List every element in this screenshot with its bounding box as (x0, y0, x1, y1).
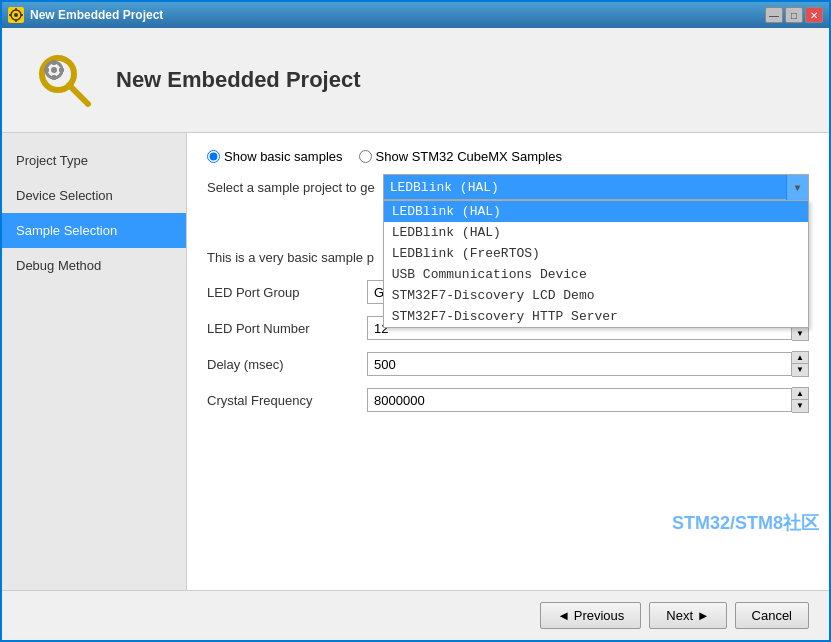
radio-cubemx-input[interactable] (359, 150, 372, 163)
crystal-frequency-down[interactable]: ▼ (792, 400, 808, 412)
window-title: New Embedded Project (30, 8, 765, 22)
field-input-container-delay: ▲ ▼ (367, 351, 809, 377)
field-label-crystal-frequency: Crystal Frequency (207, 393, 367, 408)
field-input-container-crystal-frequency: ▲ ▼ (367, 387, 809, 413)
svg-line-7 (69, 85, 88, 104)
crystal-frequency-spinner: ▲ ▼ (792, 387, 809, 413)
svg-rect-11 (52, 75, 56, 80)
field-label-led-port-number: LED Port Number (207, 321, 367, 336)
dropdown-item-0[interactable]: LEDBlink (HAL) (384, 201, 808, 222)
delay-down[interactable]: ▼ (792, 364, 808, 376)
svg-point-9 (51, 67, 57, 73)
maximize-button[interactable]: □ (785, 7, 803, 23)
svg-rect-13 (59, 68, 64, 72)
delay-up[interactable]: ▲ (792, 352, 808, 364)
radio-cubemx[interactable]: Show STM32 CubeMX Samples (359, 149, 562, 164)
delay-input[interactable] (367, 352, 792, 376)
watermark: STM32/STM8社区 (672, 511, 819, 535)
next-button[interactable]: Next ► (649, 602, 726, 629)
dropdown-menu: LEDBlink (HAL) LEDBlink (HAL) LEDBlink (… (383, 200, 809, 328)
previous-button[interactable]: ◄ Previous (540, 602, 641, 629)
svg-rect-12 (44, 68, 49, 72)
title-bar: New Embedded Project — □ ✕ (2, 2, 829, 28)
svg-point-1 (14, 13, 18, 17)
minimize-button[interactable]: — (765, 7, 783, 23)
svg-rect-10 (52, 60, 56, 65)
dropdown-arrow-icon[interactable]: ▼ (786, 175, 808, 201)
close-button[interactable]: ✕ (805, 7, 823, 23)
header: New Embedded Project (2, 28, 829, 133)
crystal-frequency-input[interactable] (367, 388, 792, 412)
delay-spinner: ▲ ▼ (792, 351, 809, 377)
field-label-led-port-group: LED Port Group (207, 285, 367, 300)
dropdown-item-2[interactable]: LEDBlink (FreeRTOS) (384, 243, 808, 264)
led-port-number-down[interactable]: ▼ (792, 328, 808, 340)
cancel-button[interactable]: Cancel (735, 602, 809, 629)
select-row: Select a sample project to ge LEDBlink (… (207, 174, 809, 200)
header-icon (32, 48, 96, 112)
sidebar-item-debug-method[interactable]: Debug Method (2, 248, 186, 283)
crystal-frequency-up[interactable]: ▲ (792, 388, 808, 400)
dropdown-selected[interactable]: LEDBlink (HAL) ▼ (383, 174, 809, 200)
content-area: New Embedded Project Project Type Device… (2, 28, 829, 640)
radio-basic-input[interactable] (207, 150, 220, 163)
window-controls: — □ ✕ (765, 7, 823, 23)
field-delay: Delay (msec) ▲ ▼ (207, 351, 809, 377)
sidebar-item-sample-selection[interactable]: Sample Selection (2, 213, 186, 248)
select-label: Select a sample project to ge (207, 180, 375, 195)
main-panel: Show basic samples Show STM32 CubeMX Sam… (187, 133, 829, 590)
field-label-delay: Delay (msec) (207, 357, 367, 372)
description-text: This is a very basic sample p (207, 250, 374, 265)
sidebar: Project Type Device Selection Sample Sel… (2, 133, 187, 590)
dropdown-item-1[interactable]: LEDBlink (HAL) (384, 222, 808, 243)
select-container: LEDBlink (HAL) ▼ LEDBlink (HAL) LEDBlink… (383, 174, 809, 200)
window-icon (8, 7, 24, 23)
sidebar-item-project-type[interactable]: Project Type (2, 143, 186, 178)
body: Project Type Device Selection Sample Sel… (2, 133, 829, 590)
field-crystal-frequency: Crystal Frequency ▲ ▼ (207, 387, 809, 413)
sidebar-item-device-selection[interactable]: Device Selection (2, 178, 186, 213)
dropdown-item-3[interactable]: USB Communications Device (384, 264, 808, 285)
radio-basic[interactable]: Show basic samples (207, 149, 343, 164)
dropdown-item-5[interactable]: STM32F7-Discovery HTTP Server (384, 306, 808, 327)
main-window: New Embedded Project — □ ✕ (0, 0, 831, 642)
footer: ◄ Previous Next ► Cancel (2, 590, 829, 640)
page-title: New Embedded Project (116, 67, 361, 93)
radio-row: Show basic samples Show STM32 CubeMX Sam… (207, 149, 809, 164)
dropdown-item-4[interactable]: STM32F7-Discovery LCD Demo (384, 285, 808, 306)
